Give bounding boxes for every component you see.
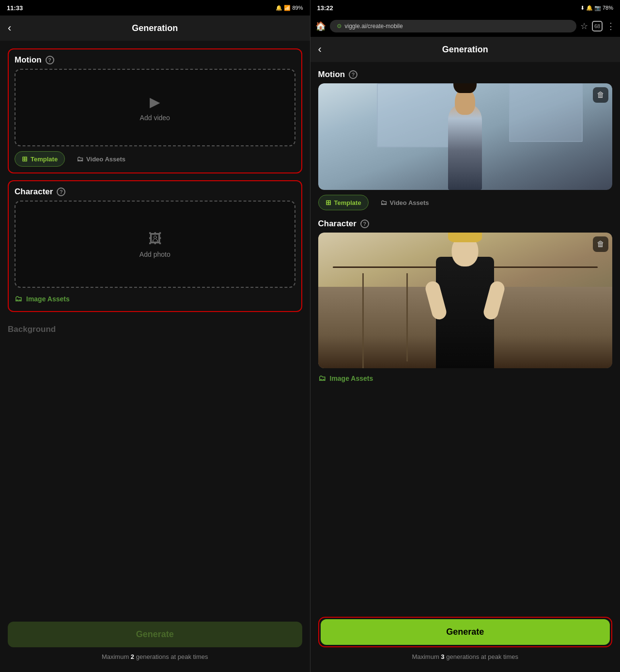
right-secure-icon: ⚙ [337, 23, 342, 30]
right-character-delete[interactable]: 🗑 [593, 236, 608, 252]
left-status-icons: 🔔 📶 89% [276, 5, 303, 11]
left-photo-upload[interactable]: 🖼 Add photo [15, 201, 295, 288]
right-back-button[interactable]: ‹ [318, 43, 322, 56]
left-template-tab[interactable]: ⊞ Template [15, 151, 65, 167]
left-panel: 11:33 🔔 📶 89% ‹ Generation Motion ? ▶ Ad… [0, 0, 310, 672]
right-bookmark-icon[interactable]: ☆ [580, 21, 588, 31]
right-peak-text: Maximum 3 generations at peak times [318, 651, 613, 664]
left-image-assets[interactable]: 🗂 Image Assets [15, 293, 295, 305]
left-motion-tabs: ⊞ Template 🗂 Video Assets [15, 151, 295, 167]
left-peak-text: Maximum 2 generations at peak times [8, 651, 302, 664]
right-battery: 78% [603, 5, 613, 11]
left-video-icon: ▶ [150, 94, 160, 110]
left-motion-label: Motion ? [15, 55, 295, 65]
right-panel: 13:22 ⬇ 🔔 📷 78% 🏠 ⚙ viggle.ai/create-mob… [310, 0, 620, 672]
left-motion-section: Motion ? ▶ Add video ⊞ Template 🗂 Video … [8, 48, 302, 173]
left-generate-button[interactable]: Generate [8, 622, 302, 647]
left-content: Motion ? ▶ Add video ⊞ Template 🗂 Video … [0, 41, 310, 617]
right-character-label: Character ? [318, 219, 613, 229]
right-video-folder-icon: 🗂 [380, 199, 387, 206]
left-photo-icon: 🖼 [148, 231, 162, 247]
left-battery: 89% [292, 5, 303, 11]
left-status-bar: 11:33 🔔 📶 89% [0, 0, 310, 16]
right-generate-wrapper: Generate [318, 617, 613, 647]
right-video-assets-tab[interactable]: 🗂 Video Assets [373, 195, 436, 210]
right-home-icon[interactable]: 🏠 [315, 21, 326, 31]
left-time: 11:33 [7, 4, 23, 12]
left-video-folder-icon: 🗂 [77, 155, 83, 163]
left-image-folder-icon: 🗂 [15, 295, 22, 303]
right-image-folder-icon: 🗂 [318, 374, 326, 383]
right-nav-header: ‹ Generation [310, 37, 620, 62]
right-bottom: Generate Maximum 3 generations at peak t… [310, 612, 620, 672]
right-motion-section: Motion ? 🗑 [318, 70, 613, 210]
right-character-section: Character ? [318, 219, 613, 385]
left-bottom: Generate Maximum 2 generations at peak t… [0, 617, 310, 672]
right-url-field[interactable]: ⚙ viggle.ai/create-mobile [330, 20, 577, 32]
right-menu-icon[interactable]: ⋮ [606, 21, 615, 31]
left-nav-header: ‹ Generation [0, 16, 310, 41]
right-motion-label: Motion ? [318, 70, 613, 79]
right-url-bar: 🏠 ⚙ viggle.ai/create-mobile ☆ 68 ⋮ [310, 16, 620, 37]
right-generate-button[interactable]: Generate [321, 619, 610, 645]
right-template-tab[interactable]: ⊞ Template [318, 195, 369, 210]
right-motion-tabs: ⊞ Template 🗂 Video Assets [318, 195, 613, 210]
right-motion-image: 🗑 [318, 83, 613, 190]
left-background-section: Background [8, 319, 302, 340]
left-back-button[interactable]: ‹ [8, 22, 11, 34]
right-tab-count[interactable]: 68 [592, 21, 603, 31]
right-template-icon: ⊞ [326, 199, 331, 206]
right-content: Motion ? 🗑 [310, 62, 620, 612]
right-image-assets[interactable]: 🗂 Image Assets [318, 372, 613, 385]
left-page-title: Generation [132, 23, 178, 33]
left-character-help[interactable]: ? [57, 188, 65, 196]
right-time: 13:22 [317, 4, 333, 12]
left-character-label: Character ? [15, 187, 295, 197]
right-status-icons: ⬇ 🔔 📷 78% [580, 5, 613, 11]
right-status-bar: 13:22 ⬇ 🔔 📷 78% [310, 0, 620, 16]
left-video-upload[interactable]: ▶ Add video [15, 69, 295, 146]
right-character-image: 🗑 [318, 233, 613, 368]
left-motion-help[interactable]: ? [46, 56, 54, 64]
right-page-title: Generation [442, 45, 488, 55]
right-character-help[interactable]: ? [360, 219, 369, 228]
right-motion-delete[interactable]: 🗑 [593, 87, 608, 103]
right-motion-help[interactable]: ? [349, 70, 357, 79]
left-character-section: Character ? 🖼 Add photo 🗂 Image Assets [8, 180, 302, 312]
left-template-icon: ⊞ [22, 155, 28, 163]
left-video-assets-tab[interactable]: 🗂 Video Assets [70, 152, 132, 166]
